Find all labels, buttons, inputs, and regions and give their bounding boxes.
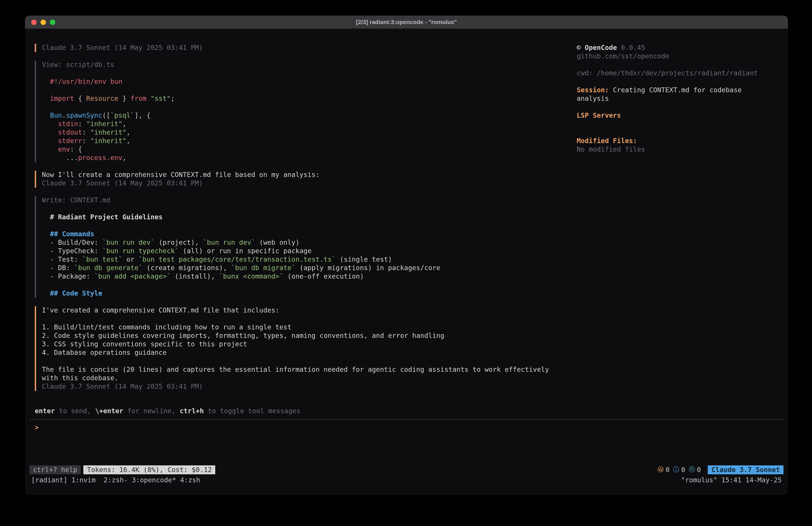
tool-line: import { Resource } from "sst"; — [42, 95, 577, 103]
text-segment — [42, 95, 50, 102]
zoom-button[interactable] — [50, 19, 55, 25]
message-line: Claude 3.7 Sonnet (14 May 2025 03:41 PM) — [42, 382, 577, 391]
text-segment: - TypeCheck: — [42, 247, 102, 255]
screen: [2/3] radiant:3:opencode - "romulus" Cla… — [0, 0, 812, 526]
minimize-button[interactable] — [41, 19, 46, 25]
text-segment — [42, 145, 58, 153]
tool-line: stdout: "inherit", — [42, 128, 577, 137]
text-segment: "inherit" — [86, 120, 122, 128]
message-line — [42, 315, 577, 323]
text-segment — [42, 230, 50, 238]
model-chip-label: Claude 3.7 Sonnet — [711, 465, 780, 474]
tmux-host-clock: "romulus" 15:41 14-May-25 — [681, 476, 782, 485]
text-segment — [42, 111, 50, 119]
message-block: Claude 3.7 Sonnet (14 May 2025 03:41 PM) — [35, 44, 577, 52]
text-segment: process.env — [78, 154, 122, 162]
input-row[interactable]: > — [25, 424, 788, 432]
text-segment: : { — [70, 145, 82, 153]
diagnostic-count: 0 — [697, 466, 701, 474]
tool-line — [42, 69, 577, 77]
message-line: Claude 3.7 Sonnet (14 May 2025 03:41 PM) — [42, 179, 577, 188]
text-segment — [42, 120, 58, 128]
text-segment: ... — [42, 154, 78, 162]
sidebar-line: Modified Files: — [577, 137, 777, 145]
message-block: I've created a comprehensive CONTEXT.md … — [35, 306, 577, 391]
diagnostics-counters: Ⓦ0ⓘ0ⓗ0 — [657, 466, 701, 474]
help-chip[interactable]: ctrl+? help — [29, 465, 81, 474]
text-segment: : — [78, 120, 86, 128]
text-segment: , — [122, 120, 126, 128]
text-segment: (one-off execution) — [284, 272, 364, 280]
text-segment: analysis — [577, 95, 609, 102]
diagnostic-count: 0 — [681, 466, 685, 474]
hint-bar: enter to send, \+enter for newline, ctrl… — [25, 407, 788, 415]
text-segment: # Radiant Project Guidelines — [50, 213, 163, 221]
tool-line: - DB: `bun db generate` (create migratio… — [42, 264, 577, 272]
message-line: I've created a comprehensive CONTEXT.md … — [42, 306, 577, 315]
text-segment: `bun run dev` — [102, 239, 155, 246]
message-line: with this codebase. — [42, 374, 577, 382]
model-chip[interactable]: Claude 3.7 Sonnet — [708, 465, 783, 474]
tool-line: - Build/Dev: `bun run dev` (project), `b… — [42, 239, 577, 247]
message-input[interactable] — [43, 424, 788, 432]
text-segment: env — [58, 145, 70, 153]
text-segment: Claude 3.7 Sonnet (14 May 2025 03:41 PM) — [42, 179, 203, 187]
text-segment: `bun db generate` — [74, 264, 143, 272]
sidebar-line: cwd: /home/thdxr/dev/projects/radiant/ra… — [577, 69, 777, 77]
text-segment: or — [122, 255, 139, 264]
text-segment: stdout — [58, 128, 82, 137]
traffic-lights — [31, 16, 55, 29]
text-segment: No modified files — [577, 145, 645, 153]
text-segment: `bun run typecheck` — [102, 247, 179, 255]
text-segment: ctrl+h — [179, 407, 204, 415]
text-segment: ([ — [102, 111, 110, 119]
tmux-status-bar: [radiant] 1:nvim 2:zsh- 3:opencode* 4:zs… — [25, 476, 788, 485]
input-area-space[interactable] — [25, 432, 788, 465]
text-segment: Creating CONTEXT.md for codebase — [609, 86, 742, 94]
text-segment: ], { — [134, 111, 150, 119]
tmux-session-windows: [radiant] 1:nvim 2:zsh- 3:opencode* 4:zs… — [31, 476, 200, 485]
text-segment: `bun add <package>` — [94, 272, 171, 280]
text-segment: \+enter — [95, 407, 123, 415]
diagnostic-icon: ⓗ — [689, 466, 695, 474]
text-segment: ## Commands — [50, 230, 94, 238]
sidebar-line — [577, 77, 777, 86]
diagnostic-counter: Ⓦ0 — [657, 466, 670, 474]
text-segment: 3. CSS styling conventions specific to t… — [42, 340, 247, 348]
text-segment: #!/usr/bin/env bun — [42, 77, 122, 86]
close-button[interactable] — [31, 19, 37, 25]
text-segment: Now I'll create a comprehensive CONTEXT.… — [42, 171, 320, 179]
tool-line: Write: CONTEXT.md — [42, 196, 577, 204]
window-titlebar[interactable]: [2/3] radiant:3:opencode - "romulus" — [25, 16, 788, 29]
text-segment: "sst" — [151, 95, 171, 102]
text-segment — [42, 137, 58, 145]
tool-line — [42, 222, 577, 230]
sidebar-line — [577, 120, 777, 128]
tool-line: ## Commands — [42, 230, 577, 239]
tokens-chip-label: Tokens: 16.4K (8%), Cost: $0.12 — [87, 465, 212, 474]
diagnostic-icon: ⓘ — [673, 466, 679, 474]
sidebar-line — [577, 128, 777, 137]
tool-line: # Radiant Project Guidelines — [42, 213, 577, 222]
message-line: Claude 3.7 Sonnet (14 May 2025 03:41 PM) — [42, 44, 577, 52]
tool-line: Bun.spawnSync([`psql`], { — [42, 111, 577, 120]
chat-log[interactable]: Claude 3.7 Sonnet (14 May 2025 03:41 PM)… — [35, 44, 577, 392]
text-segment: (apply migrations) in packages/core — [295, 264, 440, 272]
text-segment: I've created a comprehensive CONTEXT.md … — [42, 306, 279, 314]
text-segment: (project), — [155, 239, 203, 246]
tool-block: Write: CONTEXT.md # Radiant Project Guid… — [35, 196, 577, 298]
content-row: Claude 3.7 Sonnet (14 May 2025 03:41 PM)… — [25, 29, 788, 392]
text-segment: `bunx <command>` — [219, 272, 284, 280]
message-line: 4. Database operations guidance — [42, 349, 577, 357]
terminal-window: [2/3] radiant:3:opencode - "romulus" Cla… — [25, 16, 788, 495]
diagnostic-icon: Ⓦ — [657, 466, 664, 474]
text-segment: © OpenCode — [577, 44, 617, 52]
message-block: Now I'll create a comprehensive CONTEXT.… — [35, 171, 577, 188]
text-segment: ## Code Style — [50, 289, 102, 297]
tool-line — [42, 204, 577, 213]
text-segment: Write: CONTEXT.md — [42, 196, 110, 204]
text-segment: - Test: — [42, 255, 82, 264]
diagnostic-count: 0 — [666, 466, 670, 474]
status-bar: ctrl+? help Tokens: 16.4K (8%), Cost: $0… — [25, 465, 788, 474]
text-segment: (create migrations), — [143, 264, 231, 272]
